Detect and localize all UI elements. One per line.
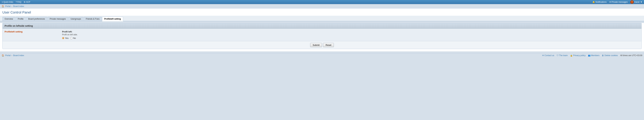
row-label: Profileleft setting [4, 30, 22, 33]
quicklinks-menu[interactable]: ≡ Quick links [2, 1, 13, 3]
tab-bar: Overview Profile Board preferences Priva… [0, 16, 644, 21]
acp-icon: ⚙ [24, 1, 26, 3]
tab-usergroups[interactable]: Usergroups [68, 17, 83, 21]
button-row: Submit Reset [2, 41, 642, 49]
reset-button[interactable]: Reset [323, 43, 334, 47]
envelope-icon: ✉ [609, 1, 611, 3]
field-desc: Profil on left side. [62, 34, 640, 36]
profileleft-section: Profile on leftside setting Profileleft … [2, 23, 642, 49]
portal-footer-link[interactable]: Portal [5, 54, 10, 56]
no-label: No [73, 37, 76, 40]
home-icon-footer: 🏠 [2, 54, 4, 56]
contact-us-link[interactable]: ✉ Contact us [542, 54, 554, 56]
timezone-label: All times are UTC+03:00 [620, 54, 642, 56]
privacy-policy-link[interactable]: 🔒 Privacy policy [570, 54, 586, 56]
chevron-down-icon: ▼ [640, 1, 642, 3]
form-row: Profileleft setting Profil left: Profil … [2, 29, 642, 41]
tab-profileleft-setting[interactable]: Profileleft setting [102, 17, 123, 21]
user-menu[interactable]: T tracer ▼ [630, 0, 642, 4]
portal-breadcrumb[interactable]: Portal [5, 5, 10, 8]
no-radio-label[interactable]: No [70, 37, 76, 40]
radio-group: Yes No [62, 37, 640, 40]
footer-separator: › [12, 54, 12, 56]
users-icon: 👥 [588, 54, 590, 56]
tab-friends-foes[interactable]: Friends & Foes [84, 17, 102, 21]
bell-icon: 🔔 [592, 1, 595, 3]
form-row-left: Profileleft setting [4, 30, 62, 33]
members-link[interactable]: 👥 Members [588, 54, 600, 56]
top-bar-left: ≡ Quick links ? FAQ ⚙ ACP [2, 1, 30, 3]
trash-icon: 🗑 [602, 54, 604, 56]
tab-board-preferences[interactable]: Board preferences [26, 17, 47, 21]
form-row-right: Profil left: Profil on left side. Yes No [62, 30, 640, 40]
avatar: T [630, 0, 634, 4]
tab-private-messages[interactable]: Private messages [48, 17, 68, 21]
board-index-footer-link[interactable]: Board index [13, 54, 24, 56]
no-radio[interactable] [70, 37, 72, 39]
top-bar-right: 🔔 Notifications ✉ Private messages T tra… [592, 0, 642, 4]
notifications-link[interactable]: 🔔 Notifications [592, 1, 606, 3]
main-content: Profile on leftside setting Profileleft … [0, 23, 644, 52]
breadcrumb-nav: 🏠 Portal › Board index [0, 4, 644, 8]
tab-profile[interactable]: Profile [16, 17, 26, 21]
section-header: Profile on leftside setting [2, 23, 642, 29]
breadcrumb-separator: › [12, 5, 12, 8]
envelope-footer-icon: ✉ [542, 54, 544, 56]
footer-nav: 🏠 Portal › Board index ✉ Contact us 🛡 Th… [0, 53, 644, 58]
submit-button[interactable]: Submit [310, 43, 322, 47]
the-team-link[interactable]: 🛡 The team [556, 54, 568, 56]
field-label: Profil left: [62, 30, 640, 33]
board-index-breadcrumb[interactable]: Board index [13, 5, 24, 8]
private-messages-link[interactable]: ✉ Private messages [609, 1, 628, 3]
top-bar: ≡ Quick links ? FAQ ⚙ ACP 🔔 Notification… [0, 0, 644, 4]
faq-link[interactable]: ? FAQ [16, 1, 21, 3]
home-icon: 🏠 [2, 5, 4, 8]
tab-overview[interactable]: Overview [2, 17, 15, 21]
delete-cookies-link[interactable]: 🗑 Delete cookies [602, 54, 618, 56]
yes-radio-label[interactable]: Yes [62, 37, 68, 40]
footer-right: ✉ Contact us 🛡 The team 🔒 Privacy policy… [542, 54, 642, 56]
page-title-area: User Control Panel [0, 8, 644, 16]
page-title: User Control Panel [2, 10, 642, 14]
yes-label: Yes [65, 37, 68, 40]
yes-radio[interactable] [62, 37, 64, 39]
hamburger-icon: ≡ [2, 1, 3, 3]
question-icon: ? [16, 1, 17, 3]
acp-link[interactable]: ⚙ ACP [24, 1, 30, 3]
shield-icon: 🛡 [556, 54, 558, 56]
lock-icon: 🔒 [570, 54, 573, 56]
